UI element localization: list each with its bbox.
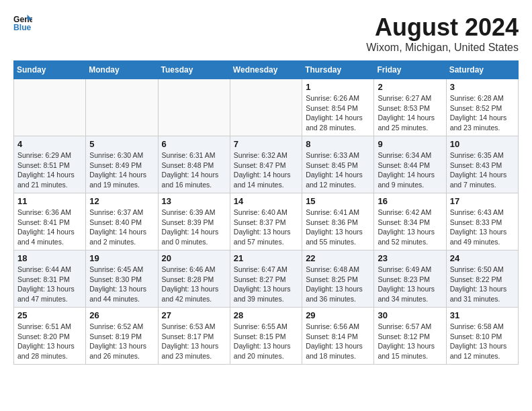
week-row-3: 11Sunrise: 6:36 AMSunset: 8:41 PMDayligh… bbox=[14, 193, 519, 250]
calendar-table: SundayMondayTuesdayWednesdayThursdayFrid… bbox=[13, 60, 519, 365]
weekday-header-row: SundayMondayTuesdayWednesdayThursdayFrid… bbox=[14, 61, 519, 79]
weekday-header-thursday: Thursday bbox=[302, 61, 374, 79]
day-info: Sunrise: 6:56 AMSunset: 8:14 PMDaylight:… bbox=[306, 322, 370, 361]
title-block: August 2024 Wixom, Michigan, United Stat… bbox=[366, 13, 519, 54]
calendar-cell: 21Sunrise: 6:47 AMSunset: 8:27 PMDayligh… bbox=[230, 250, 302, 308]
calendar-cell bbox=[86, 79, 158, 136]
calendar-cell: 2Sunrise: 6:27 AMSunset: 8:53 PMDaylight… bbox=[374, 79, 446, 136]
calendar-cell: 26Sunrise: 6:52 AMSunset: 8:19 PMDayligh… bbox=[86, 308, 158, 365]
day-info: Sunrise: 6:37 AMSunset: 8:40 PMDaylight:… bbox=[89, 208, 154, 247]
day-info: Sunrise: 6:43 AMSunset: 8:33 PMDaylight:… bbox=[450, 208, 515, 247]
calendar-cell: 25Sunrise: 6:51 AMSunset: 8:20 PMDayligh… bbox=[14, 308, 86, 365]
day-info: Sunrise: 6:53 AMSunset: 8:17 PMDaylight:… bbox=[162, 322, 226, 361]
day-info: Sunrise: 6:41 AMSunset: 8:36 PMDaylight:… bbox=[306, 208, 370, 247]
calendar-cell: 31Sunrise: 6:58 AMSunset: 8:10 PMDayligh… bbox=[446, 308, 518, 365]
day-number: 25 bbox=[17, 310, 82, 320]
calendar-cell: 22Sunrise: 6:48 AMSunset: 8:25 PMDayligh… bbox=[302, 250, 374, 308]
calendar-cell: 12Sunrise: 6:37 AMSunset: 8:40 PMDayligh… bbox=[86, 193, 158, 250]
day-number: 7 bbox=[234, 139, 298, 149]
calendar-cell: 29Sunrise: 6:56 AMSunset: 8:14 PMDayligh… bbox=[302, 308, 374, 365]
day-number: 17 bbox=[450, 196, 515, 206]
day-info: Sunrise: 6:50 AMSunset: 8:22 PMDaylight:… bbox=[450, 265, 515, 304]
calendar-cell: 5Sunrise: 6:30 AMSunset: 8:49 PMDaylight… bbox=[86, 136, 158, 193]
calendar-cell: 24Sunrise: 6:50 AMSunset: 8:22 PMDayligh… bbox=[446, 250, 518, 308]
day-number: 15 bbox=[306, 196, 370, 206]
calendar-cell bbox=[14, 79, 86, 136]
day-info: Sunrise: 6:29 AMSunset: 8:51 PMDaylight:… bbox=[17, 150, 82, 190]
day-number: 9 bbox=[378, 139, 442, 149]
page-header: General Blue August 2024 Wixom, Michigan… bbox=[13, 13, 519, 54]
day-info: Sunrise: 6:44 AMSunset: 8:31 PMDaylight:… bbox=[17, 265, 82, 304]
day-number: 20 bbox=[162, 253, 226, 263]
day-info: Sunrise: 6:35 AMSunset: 8:43 PMDaylight:… bbox=[450, 150, 515, 190]
day-number: 22 bbox=[306, 253, 370, 263]
week-row-4: 18Sunrise: 6:44 AMSunset: 8:31 PMDayligh… bbox=[14, 250, 519, 308]
day-number: 1 bbox=[306, 82, 370, 92]
calendar-cell: 18Sunrise: 6:44 AMSunset: 8:31 PMDayligh… bbox=[14, 250, 86, 308]
day-info: Sunrise: 6:27 AMSunset: 8:53 PMDaylight:… bbox=[378, 93, 442, 133]
day-number: 18 bbox=[17, 253, 82, 263]
day-info: Sunrise: 6:49 AMSunset: 8:23 PMDaylight:… bbox=[378, 265, 442, 304]
calendar-cell: 3Sunrise: 6:28 AMSunset: 8:52 PMDaylight… bbox=[446, 79, 518, 136]
day-number: 6 bbox=[162, 139, 226, 149]
day-number: 5 bbox=[89, 139, 154, 149]
calendar-cell: 11Sunrise: 6:36 AMSunset: 8:41 PMDayligh… bbox=[14, 193, 86, 250]
week-row-1: 1Sunrise: 6:26 AMSunset: 8:54 PMDaylight… bbox=[14, 79, 519, 136]
calendar-cell: 27Sunrise: 6:53 AMSunset: 8:17 PMDayligh… bbox=[158, 308, 230, 365]
svg-text:Blue: Blue bbox=[13, 23, 32, 32]
calendar-cell: 23Sunrise: 6:49 AMSunset: 8:23 PMDayligh… bbox=[374, 250, 446, 308]
day-number: 4 bbox=[17, 139, 82, 149]
logo-icon: General Blue bbox=[13, 13, 32, 32]
day-number: 10 bbox=[450, 139, 515, 149]
calendar-cell bbox=[230, 79, 302, 136]
day-number: 13 bbox=[162, 196, 226, 206]
day-info: Sunrise: 6:52 AMSunset: 8:19 PMDaylight:… bbox=[89, 322, 154, 361]
day-info: Sunrise: 6:28 AMSunset: 8:52 PMDaylight:… bbox=[450, 93, 515, 133]
location: Wixom, Michigan, United States bbox=[366, 42, 519, 54]
weekday-header-friday: Friday bbox=[374, 61, 446, 79]
day-info: Sunrise: 6:30 AMSunset: 8:49 PMDaylight:… bbox=[89, 150, 154, 190]
weekday-header-tuesday: Tuesday bbox=[158, 61, 230, 79]
day-info: Sunrise: 6:33 AMSunset: 8:45 PMDaylight:… bbox=[306, 150, 370, 190]
calendar-cell: 20Sunrise: 6:46 AMSunset: 8:28 PMDayligh… bbox=[158, 250, 230, 308]
calendar-cell: 16Sunrise: 6:42 AMSunset: 8:34 PMDayligh… bbox=[374, 193, 446, 250]
day-info: Sunrise: 6:26 AMSunset: 8:54 PMDaylight:… bbox=[306, 93, 370, 133]
day-info: Sunrise: 6:48 AMSunset: 8:25 PMDaylight:… bbox=[306, 265, 370, 304]
day-number: 3 bbox=[450, 82, 515, 92]
calendar-cell bbox=[158, 79, 230, 136]
day-number: 27 bbox=[162, 310, 226, 320]
day-number: 8 bbox=[306, 139, 370, 149]
calendar-cell: 13Sunrise: 6:39 AMSunset: 8:39 PMDayligh… bbox=[158, 193, 230, 250]
logo: General Blue bbox=[13, 13, 32, 32]
day-info: Sunrise: 6:57 AMSunset: 8:12 PMDaylight:… bbox=[378, 322, 442, 361]
weekday-header-wednesday: Wednesday bbox=[230, 61, 302, 79]
day-info: Sunrise: 6:40 AMSunset: 8:37 PMDaylight:… bbox=[234, 208, 298, 247]
day-number: 24 bbox=[450, 253, 515, 263]
calendar-cell: 6Sunrise: 6:31 AMSunset: 8:48 PMDaylight… bbox=[158, 136, 230, 193]
month-title: August 2024 bbox=[366, 13, 519, 42]
day-number: 14 bbox=[234, 196, 298, 206]
day-info: Sunrise: 6:46 AMSunset: 8:28 PMDaylight:… bbox=[162, 265, 226, 304]
day-number: 29 bbox=[306, 310, 370, 320]
day-info: Sunrise: 6:55 AMSunset: 8:15 PMDaylight:… bbox=[234, 322, 298, 361]
calendar-cell: 9Sunrise: 6:34 AMSunset: 8:44 PMDaylight… bbox=[374, 136, 446, 193]
day-info: Sunrise: 6:32 AMSunset: 8:47 PMDaylight:… bbox=[234, 150, 298, 190]
calendar-cell: 4Sunrise: 6:29 AMSunset: 8:51 PMDaylight… bbox=[14, 136, 86, 193]
weekday-header-sunday: Sunday bbox=[14, 61, 86, 79]
day-info: Sunrise: 6:34 AMSunset: 8:44 PMDaylight:… bbox=[378, 150, 442, 190]
day-number: 2 bbox=[378, 82, 442, 92]
day-info: Sunrise: 6:51 AMSunset: 8:20 PMDaylight:… bbox=[17, 322, 82, 361]
calendar-cell: 15Sunrise: 6:41 AMSunset: 8:36 PMDayligh… bbox=[302, 193, 374, 250]
calendar-cell: 7Sunrise: 6:32 AMSunset: 8:47 PMDaylight… bbox=[230, 136, 302, 193]
day-info: Sunrise: 6:58 AMSunset: 8:10 PMDaylight:… bbox=[450, 322, 515, 361]
day-info: Sunrise: 6:36 AMSunset: 8:41 PMDaylight:… bbox=[17, 208, 82, 247]
week-row-2: 4Sunrise: 6:29 AMSunset: 8:51 PMDaylight… bbox=[14, 136, 519, 193]
day-number: 28 bbox=[234, 310, 298, 320]
day-number: 19 bbox=[89, 253, 154, 263]
day-info: Sunrise: 6:42 AMSunset: 8:34 PMDaylight:… bbox=[378, 208, 442, 247]
day-info: Sunrise: 6:31 AMSunset: 8:48 PMDaylight:… bbox=[162, 150, 226, 190]
day-info: Sunrise: 6:39 AMSunset: 8:39 PMDaylight:… bbox=[162, 208, 226, 247]
calendar-cell: 8Sunrise: 6:33 AMSunset: 8:45 PMDaylight… bbox=[302, 136, 374, 193]
calendar-cell: 30Sunrise: 6:57 AMSunset: 8:12 PMDayligh… bbox=[374, 308, 446, 365]
day-number: 12 bbox=[89, 196, 154, 206]
